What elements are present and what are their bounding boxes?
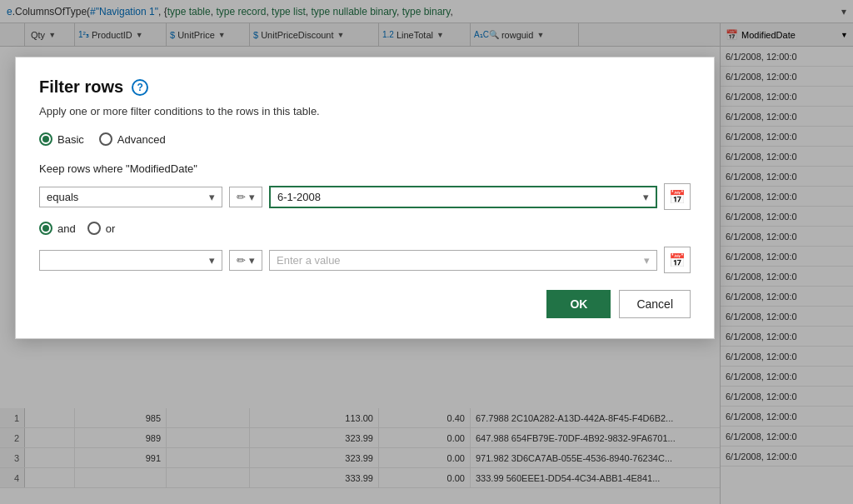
and-text: and xyxy=(57,222,76,235)
or-radio-button[interactable] xyxy=(87,222,101,235)
operator-dropdown-1[interactable]: equals ▾ xyxy=(39,187,222,207)
value-dropdown-1[interactable]: 6-1-2008 ▾ xyxy=(269,186,657,208)
value-dropdown-1-arrow: ▾ xyxy=(643,191,649,203)
type-dropdown-1-arrow: ▾ xyxy=(249,191,255,203)
radio-basic-label[interactable]: Basic xyxy=(39,132,84,146)
value-dropdown-2[interactable]: Enter a value ▾ xyxy=(269,250,657,271)
type-dropdown-2[interactable]: ✏ ▾ xyxy=(229,250,262,271)
ok-button[interactable]: OK xyxy=(546,290,611,318)
pencil-icon-1: ✏ xyxy=(237,191,246,203)
mode-radio-group: Basic Advanced xyxy=(39,132,691,146)
radio-advanced-button[interactable] xyxy=(99,132,112,146)
operator-value-1: equals xyxy=(47,191,78,203)
modal-title-row: Filter rows ? xyxy=(39,77,691,97)
pencil-icon-2: ✏ xyxy=(237,254,246,267)
and-label[interactable]: and xyxy=(39,222,76,235)
modal-description: Apply one or more filter conditions to t… xyxy=(39,105,691,117)
help-button[interactable]: ? xyxy=(132,79,148,96)
filter-row-1: equals ▾ ✏ ▾ 6-1-2008 ▾ 📅 xyxy=(39,183,691,210)
operator-dropdown-1-arrow: ▾ xyxy=(209,191,215,203)
value-placeholder-2: Enter a value xyxy=(277,254,341,267)
radio-advanced-text: Advanced xyxy=(117,133,166,146)
value-dropdown-2-arrow: ▾ xyxy=(644,254,650,267)
cancel-button[interactable]: Cancel xyxy=(619,290,691,318)
andor-row: and or xyxy=(39,222,691,235)
modal-buttons: OK Cancel xyxy=(39,290,691,318)
radio-basic-text: Basic xyxy=(57,133,84,146)
and-radio-button[interactable] xyxy=(39,222,52,235)
operator-dropdown-2-arrow: ▾ xyxy=(209,254,215,267)
radio-basic-button[interactable] xyxy=(39,132,52,146)
type-dropdown-1[interactable]: ✏ ▾ xyxy=(229,187,262,207)
or-label[interactable]: or xyxy=(87,222,116,235)
calendar-icon-2: 📅 xyxy=(669,252,686,268)
operator-dropdown-2[interactable]: ▾ xyxy=(39,250,222,271)
or-text: or xyxy=(106,222,116,235)
calendar-button-1[interactable]: 📅 xyxy=(664,183,691,210)
keep-rows-label: Keep rows where "ModifiedDate" xyxy=(39,162,691,175)
radio-advanced-label[interactable]: Advanced xyxy=(99,132,166,146)
filter-rows-modal: Filter rows ? Apply one or more filter c… xyxy=(15,57,715,339)
value-text-1: 6-1-2008 xyxy=(277,191,321,203)
filter-row-2: ▾ ✏ ▾ Enter a value ▾ 📅 xyxy=(39,247,691,273)
modal-title: Filter rows xyxy=(39,77,123,97)
type-dropdown-2-arrow: ▾ xyxy=(249,254,255,267)
calendar-button-2[interactable]: 📅 xyxy=(664,247,691,273)
calendar-icon-1: 📅 xyxy=(669,189,686,205)
